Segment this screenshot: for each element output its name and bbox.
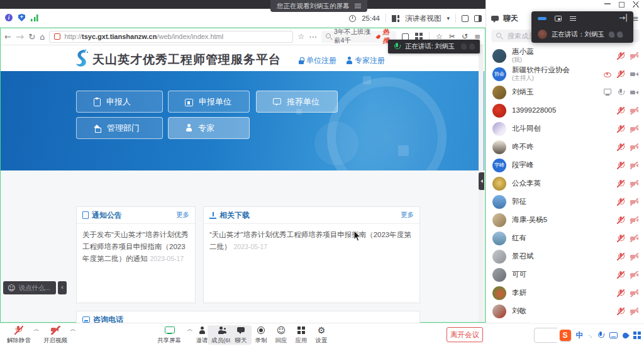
close-icon[interactable] xyxy=(633,1,639,8)
camera-off-icon[interactable] xyxy=(630,271,638,279)
member-row[interactable]: 惠小蕊(我) xyxy=(486,47,644,65)
unmute-button[interactable]: 解除静音 xyxy=(5,325,33,345)
mic-off-icon[interactable] xyxy=(617,107,625,114)
member-row[interactable]: 协会 新疆软件行业协会(主持人) xyxy=(486,65,644,83)
apps-button[interactable]: 应用 xyxy=(291,325,312,345)
mic-off-icon[interactable] xyxy=(617,289,625,297)
shield-icon[interactable] xyxy=(18,14,25,21)
camera-off-icon[interactable] xyxy=(630,216,638,224)
ime-bird-icon[interactable] xyxy=(621,332,630,340)
member-row[interactable]: 公众李英 xyxy=(486,174,644,193)
member-row[interactable]: 景召斌 xyxy=(486,247,644,265)
info-icon[interactable] xyxy=(5,14,13,21)
camera-icon[interactable] xyxy=(630,70,638,78)
reading-mode-icon[interactable] xyxy=(402,33,409,40)
mic-off-icon[interactable] xyxy=(617,70,625,78)
mic-off-icon[interactable] xyxy=(617,162,625,169)
member-row[interactable]: 郭征 xyxy=(486,193,644,211)
settings-button[interactable]: ⚙ 设置 xyxy=(311,325,332,345)
forward-icon[interactable]: → xyxy=(16,31,24,43)
reload-icon[interactable]: ↻ xyxy=(28,32,35,42)
recording-eye-icon[interactable] xyxy=(603,70,611,78)
mic-off-icon[interactable] xyxy=(617,216,625,224)
applicant-button[interactable]: 申报人 xyxy=(76,91,163,113)
camera-off-icon[interactable] xyxy=(630,125,638,133)
member-row[interactable]: 刘敬 xyxy=(486,302,644,320)
member-row[interactable]: 红有 xyxy=(486,229,644,247)
share-screen-button[interactable]: 共享屏幕 xyxy=(153,325,185,345)
ime-grid-icon[interactable] xyxy=(633,332,641,339)
minimize-icon[interactable] xyxy=(604,3,611,4)
chevron-down-icon[interactable]: ▾ xyxy=(447,15,450,21)
expert-register-link[interactable]: 专家注册 xyxy=(345,55,385,66)
notice-item[interactable]: 关于发布“天山英才”培养计划优秀工程师培养项目申报指南（2023年度第二批）的通… xyxy=(77,224,195,270)
ime-mic-icon[interactable] xyxy=(597,332,604,339)
unmute-chevron[interactable]: ^ xyxy=(33,328,40,335)
pip-icon[interactable] xyxy=(555,16,562,21)
mic-off-icon[interactable] xyxy=(617,308,625,315)
member-row[interactable]: 13999228005 xyxy=(486,101,644,120)
member-row[interactable]: 北斗同创 xyxy=(486,120,644,138)
floating-speaker-bar[interactable]: →| 正在讲话：刘炳玉 xyxy=(531,11,633,43)
more-options-icon[interactable]: ⋯ xyxy=(309,32,317,42)
expand-arrow-icon[interactable]: →| xyxy=(619,15,628,21)
view-mode-selector[interactable]: 演讲者视图 xyxy=(405,14,441,23)
side-panel-icon[interactable] xyxy=(474,15,482,22)
minimized-indicator-icon[interactable] xyxy=(538,17,547,20)
camera-icon[interactable] xyxy=(630,89,638,96)
apply-unit-button[interactable]: 申报单位 xyxy=(168,91,250,113)
sogou-logo-icon[interactable]: S xyxy=(560,330,571,341)
mic-off-icon[interactable] xyxy=(617,198,625,206)
download-more-link[interactable]: 更多 xyxy=(401,211,414,220)
back-icon[interactable]: ← xyxy=(4,32,11,42)
list-icon[interactable] xyxy=(570,16,576,21)
download-item[interactable]: “天山英才”培养计划优秀工程师培养项目申报指南（2023年度第二批）2023-0… xyxy=(204,224,419,258)
watching-banner[interactable]: 您正在观看刘炳玉的屏幕 xyxy=(270,0,367,12)
leave-meeting-button[interactable]: 离开会议 xyxy=(447,327,483,342)
home-icon[interactable]: ⌂ xyxy=(40,32,45,42)
camera-off-icon[interactable] xyxy=(630,235,638,242)
camera-off-icon[interactable] xyxy=(630,52,638,60)
mic-off-icon[interactable] xyxy=(617,143,625,151)
camera-off-icon[interactable] xyxy=(630,143,638,151)
camera-off-icon[interactable] xyxy=(630,107,638,114)
member-row[interactable]: 宇峰 段宇峰 xyxy=(486,156,644,174)
browser-search-box[interactable]: 3年不上班涨薪4千 热搜 xyxy=(321,31,396,43)
mic-icon[interactable] xyxy=(617,89,625,96)
chat-button[interactable]: 聊天 xyxy=(230,325,252,345)
bookmark-star-icon[interactable]: ☆ xyxy=(297,32,304,41)
member-row[interactable]: 咚不咚 xyxy=(486,138,644,156)
ime-keyboard-icon[interactable] xyxy=(609,332,618,338)
recommend-unit-button[interactable]: 推荐单位 xyxy=(256,91,338,113)
member-row[interactable]: 刘炳玉 xyxy=(486,83,644,101)
member-row[interactable]: 可可 xyxy=(486,265,644,284)
member-row[interactable]: 海康-吴杨5 xyxy=(486,211,644,229)
admin-dept-button[interactable]: 管理部门 xyxy=(76,117,163,139)
mic-off-icon[interactable] xyxy=(617,235,625,242)
video-chevron[interactable]: ^ xyxy=(69,328,77,335)
expert-button[interactable]: 专家 xyxy=(168,117,250,139)
camera-off-icon[interactable] xyxy=(630,198,638,206)
mic-off-icon[interactable] xyxy=(617,253,625,260)
member-row[interactable]: 李妍 xyxy=(486,284,644,302)
screen-share-icon[interactable] xyxy=(603,88,611,96)
video-button[interactable]: 开启视频 xyxy=(42,325,69,345)
record-button[interactable]: 录制 xyxy=(250,325,272,345)
hamburger-icon[interactable] xyxy=(355,4,361,9)
site-badge-icon[interactable] xyxy=(54,33,60,40)
address-bar[interactable]: http://tsyc.gxt.tianshanzw.cn/web/index/… xyxy=(49,31,293,43)
ime-lang-toggle[interactable]: 中 xyxy=(576,330,584,341)
camera-off-icon[interactable] xyxy=(630,180,638,187)
camera-off-icon[interactable] xyxy=(630,289,638,297)
camera-off-icon[interactable] xyxy=(630,253,638,260)
quick-chat-input[interactable]: ☺ 说点什么... xyxy=(3,281,56,294)
mic-off-icon[interactable] xyxy=(617,52,625,60)
ime-punct-toggle[interactable]: ·, xyxy=(589,332,592,338)
scrollbar-thumb[interactable] xyxy=(479,172,484,190)
mic-off-icon[interactable] xyxy=(617,125,625,133)
notice-more-link[interactable]: 更多 xyxy=(176,211,189,220)
chat-pill-collapse[interactable]: ‹ xyxy=(58,281,67,294)
unit-register-link[interactable]: 单位注册 xyxy=(298,55,336,66)
mic-off-icon[interactable] xyxy=(617,271,625,279)
reactions-button[interactable]: ☺ 回应 xyxy=(270,325,292,345)
